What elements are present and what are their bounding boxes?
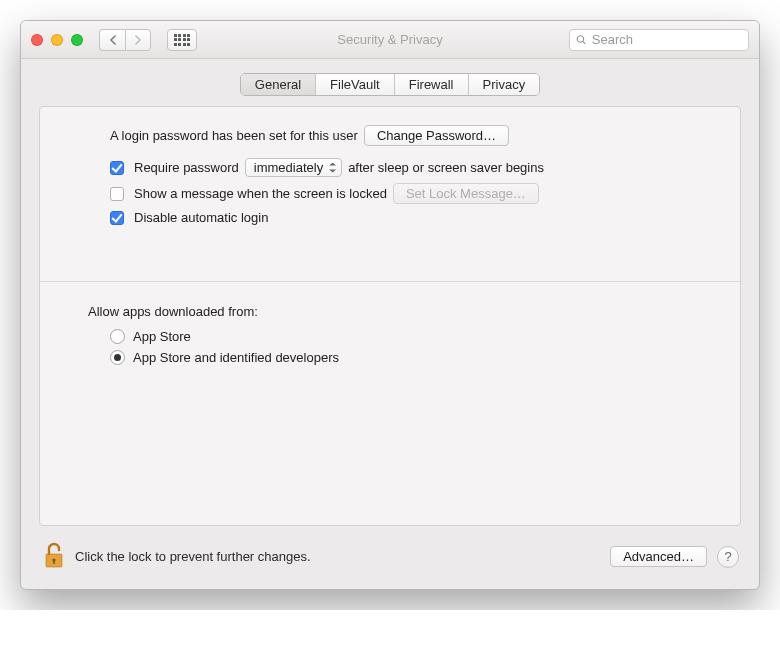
disable-auto-login-label: Disable automatic login xyxy=(134,210,268,225)
show-message-checkbox[interactable] xyxy=(110,187,124,201)
radio-app-store[interactable] xyxy=(110,329,125,344)
preferences-window: Security & Privacy General FileVault Fir… xyxy=(20,20,760,590)
tabs: General FileVault Firewall Privacy xyxy=(240,73,540,96)
tab-general[interactable]: General xyxy=(241,74,316,95)
chevron-left-icon xyxy=(109,35,117,45)
tab-filevault[interactable]: FileVault xyxy=(316,74,395,95)
tab-firewall[interactable]: Firewall xyxy=(395,74,469,95)
show-message-row: Show a message when the screen is locked… xyxy=(110,183,720,204)
footer: Click the lock to prevent further change… xyxy=(21,540,759,589)
require-password-delay-select[interactable]: immediately xyxy=(245,158,342,177)
disable-auto-login-checkbox[interactable] xyxy=(110,211,124,225)
search-input[interactable] xyxy=(592,32,742,47)
require-password-delay-value: immediately xyxy=(254,160,323,175)
show-message-label: Show a message when the screen is locked xyxy=(134,186,387,201)
search-icon xyxy=(576,34,587,46)
show-all-button[interactable] xyxy=(167,29,197,51)
panel-divider xyxy=(40,281,740,282)
tabs-row: General FileVault Firewall Privacy xyxy=(21,59,759,106)
login-options: Require password immediately after sleep… xyxy=(110,158,720,231)
set-lock-message-button[interactable]: Set Lock Message… xyxy=(393,183,539,204)
close-window-button[interactable] xyxy=(31,34,43,46)
traffic-lights xyxy=(31,34,83,46)
radio-app-store-identified-label: App Store and identified developers xyxy=(133,350,339,365)
change-password-button[interactable]: Change Password… xyxy=(364,125,509,146)
require-password-label: Require password xyxy=(134,160,239,175)
chevron-right-icon xyxy=(134,35,142,45)
lock-text: Click the lock to prevent further change… xyxy=(75,549,311,564)
radio-app-store-identified-row: App Store and identified developers xyxy=(110,350,720,365)
titlebar: Security & Privacy xyxy=(21,21,759,59)
disable-auto-login-row: Disable automatic login xyxy=(110,210,720,225)
zoom-window-button[interactable] xyxy=(71,34,83,46)
advanced-button[interactable]: Advanced… xyxy=(610,546,707,567)
login-password-row: A login password has been set for this u… xyxy=(110,125,720,146)
allow-apps-heading: Allow apps downloaded from: xyxy=(88,304,720,319)
require-password-checkbox[interactable] xyxy=(110,161,124,175)
radio-app-store-row: App Store xyxy=(110,329,720,344)
forward-button[interactable] xyxy=(125,29,151,51)
lock-icon[interactable] xyxy=(41,540,65,573)
login-password-text: A login password has been set for this u… xyxy=(110,128,358,143)
nav-buttons xyxy=(99,29,151,51)
require-password-suffix: after sleep or screen saver begins xyxy=(348,160,544,175)
svg-rect-1 xyxy=(53,560,55,564)
radio-app-store-identified[interactable] xyxy=(110,350,125,365)
minimize-window-button[interactable] xyxy=(51,34,63,46)
general-panel: A login password has been set for this u… xyxy=(39,106,741,526)
require-password-row: Require password immediately after sleep… xyxy=(110,158,720,177)
grid-icon xyxy=(174,34,191,46)
radio-app-store-label: App Store xyxy=(133,329,191,344)
tab-privacy[interactable]: Privacy xyxy=(469,74,540,95)
back-button[interactable] xyxy=(99,29,125,51)
search-field-wrap[interactable] xyxy=(569,29,749,51)
help-icon: ? xyxy=(724,549,731,564)
help-button[interactable]: ? xyxy=(717,546,739,568)
